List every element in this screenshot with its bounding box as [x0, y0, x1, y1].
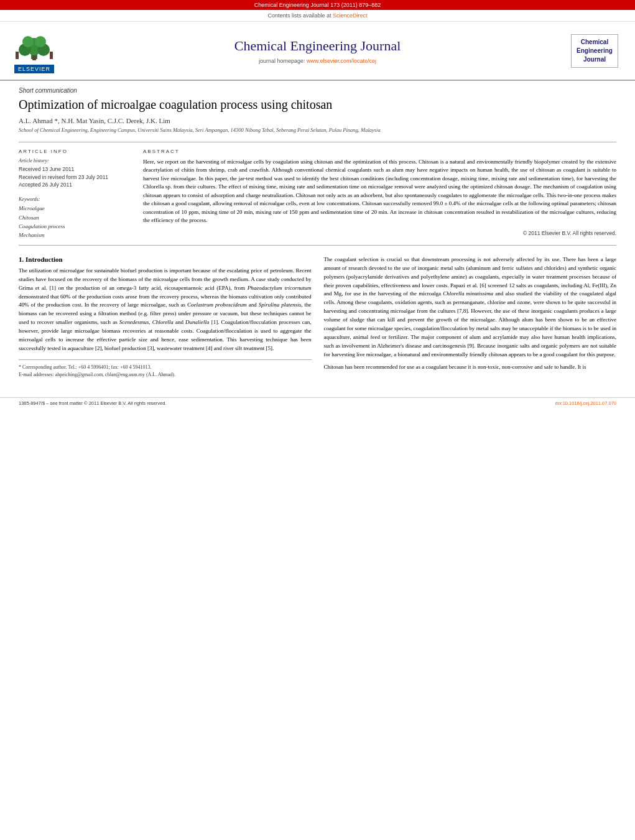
paper-type: Short communication [19, 87, 616, 94]
elsevier-logo: ELSEVIER [6, 28, 62, 73]
article-history-label: Article history: [19, 158, 131, 164]
svg-rect-6 [32, 55, 36, 60]
footer-issn: 1385-8947/$ – see front matter © 2011 El… [19, 400, 166, 406]
main-content: 1. Introduction The utilization of micro… [19, 256, 616, 379]
received-date: Received 13 June 2011 [19, 165, 131, 173]
article-history-block: Article history: Received 13 June 2011 R… [19, 158, 131, 189]
abstract-text: Here, we report on the harvesting of mic… [143, 158, 616, 225]
intro-section-title: 1. Introduction [19, 256, 312, 263]
keyword-mechanism: Mechanism [19, 231, 131, 239]
intro-left: 1. Introduction The utilization of micro… [19, 256, 312, 379]
abstract-col: ABSTRACT Here, we report on the harvesti… [143, 149, 616, 240]
journal-homepage-link[interactable]: www.elsevier.com/locate/cej [307, 58, 376, 64]
footer-doi: doi:10.1016/j.cej.2011.07.070 [555, 400, 616, 406]
footnote-email: E-mail addresses: ahpeiching@gmail.com, … [19, 371, 312, 379]
journal-header: ELSEVIER Chemical Engineering Journal jo… [0, 22, 635, 81]
keyword-coagulation: Coagulation process [19, 222, 131, 231]
paper-body: Short communication Optimization of micr… [0, 81, 635, 391]
paper-title: Optimization of microalgae coagulation p… [19, 97, 616, 112]
sciencedirect-text: Contents lists available at [267, 12, 333, 19]
page-footer: 1385-8947/$ – see front matter © 2011 El… [0, 397, 635, 408]
sciencedirect-bar: Contents lists available at ScienceDirec… [0, 10, 635, 22]
article-info-header: ARTICLE INFO [19, 149, 131, 154]
svg-point-5 [35, 36, 46, 47]
elsevier-tree-icon [12, 28, 56, 62]
received-revised-date: Received in revised form 23 July 2011 [19, 173, 131, 182]
article-info-col: ARTICLE INFO Article history: Received 1… [19, 149, 131, 240]
svg-point-4 [22, 36, 34, 47]
divider2 [19, 245, 616, 246]
sciencedirect-link[interactable]: ScienceDirect [333, 12, 368, 19]
intro-right: The coagulant selection is crucial so th… [324, 256, 617, 379]
journal-homepage: journal homepage: www.elsevier.com/locat… [68, 58, 567, 64]
intro-para3: Chitosan has been recommended for use as… [324, 363, 617, 372]
divider [19, 142, 616, 142]
paper-authors: A.L. Ahmad *, N.H. Mat Yasin, C.J.C. Der… [19, 117, 616, 124]
paper-affiliation: School of Chemical Engineering, Engineer… [19, 127, 616, 134]
journal-logo-right: ChemicalEngineeringJournal [567, 28, 623, 73]
keywords-block: Keywords: Microalgae Chitosan Coagulatio… [19, 196, 131, 240]
footnote-star: * Corresponding author. Tel.: +60 4 5996… [19, 364, 312, 371]
journal-main-title: Chemical Engineering Journal [68, 37, 567, 55]
section-title-text: Introduction [25, 256, 63, 263]
elsevier-label: ELSEVIER [14, 65, 54, 73]
journal-logo-box: ChemicalEngineeringJournal [571, 34, 618, 68]
intro-para1: The utilization of microalgae for sustai… [19, 267, 312, 353]
svg-rect-7 [16, 52, 19, 59]
footnote-area: * Corresponding author. Tel.: +60 4 5996… [19, 359, 312, 379]
intro-para2: The coagulant selection is crucial so th… [324, 256, 617, 359]
section-number: 1. [19, 256, 24, 263]
journal-title-area: Chemical Engineering Journal journal hom… [68, 28, 567, 73]
journal-reference-bar: Chemical Engineering Journal 173 (2011) … [0, 0, 635, 10]
keyword-microalgae: Microalgae [19, 204, 131, 213]
journal-reference-text: Chemical Engineering Journal 173 (2011) … [254, 2, 381, 8]
keywords-label: Keywords: [19, 196, 131, 202]
svg-rect-8 [50, 52, 53, 59]
abstract-header: ABSTRACT [143, 149, 616, 154]
keyword-chitosan: Chitosan [19, 213, 131, 222]
copyright-line: © 2011 Elsevier B.V. All rights reserved… [143, 230, 616, 236]
accepted-date: Accepted 26 July 2011 [19, 181, 131, 189]
info-abstract-section: ARTICLE INFO Article history: Received 1… [19, 149, 616, 240]
authors-text: A.L. Ahmad *, N.H. Mat Yasin, C.J.C. Der… [19, 117, 170, 124]
